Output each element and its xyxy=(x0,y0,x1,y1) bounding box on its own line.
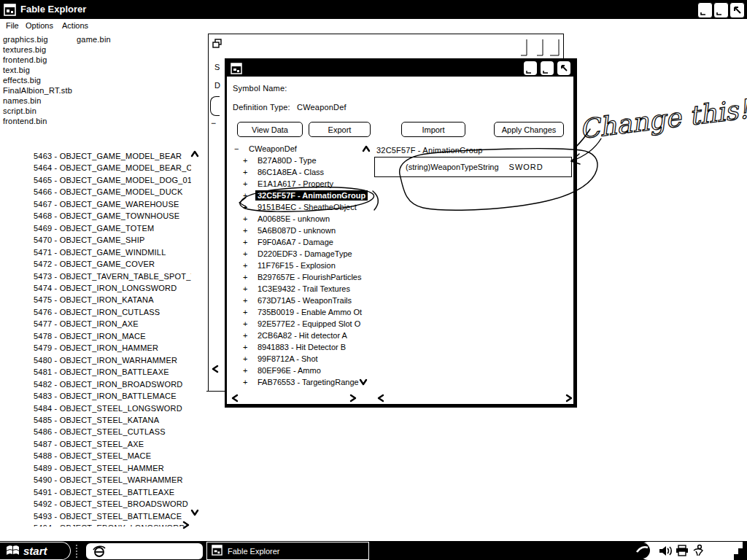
tray-ball-icon[interactable] xyxy=(633,542,651,560)
object-list-item[interactable]: 5471 - OBJECT_GAME_WINDMILL xyxy=(34,246,191,258)
tree-item-label[interactable]: 92E577E2 - Equipped Slot O xyxy=(255,319,363,329)
tree-item-label[interactable]: 735B0019 - Enable Ammo Ot xyxy=(255,307,364,317)
object-list-item[interactable]: 5489 - OBJECT_STEEL_HAMMER xyxy=(34,462,191,474)
object-list-item[interactable]: 5479 - OBJECT_IRON_HAMMER xyxy=(34,342,191,354)
tree-item-label[interactable]: 80EF96E - Ammo xyxy=(255,365,323,376)
tree-item[interactable]: +80EF96E - Ammo xyxy=(243,366,368,378)
object-list-item[interactable]: 5488 - OBJECT_STEEL_MACE xyxy=(34,450,191,462)
field-value[interactable]: SWORD xyxy=(499,163,543,171)
taskbar-task-fable-explorer[interactable]: Fable Explorer xyxy=(206,542,369,560)
expand-icon[interactable]: + xyxy=(243,308,255,316)
tree-item-label[interactable]: 32C5F57F - AnimationGroup xyxy=(255,190,368,201)
file-item[interactable]: graphics.big xyxy=(3,34,72,44)
tree-scroll-right-icon[interactable] xyxy=(349,394,357,402)
tree-item[interactable]: +B27A80D - Type xyxy=(243,156,368,168)
file-item[interactable]: game.bin xyxy=(77,34,111,44)
detail-scroll-left-icon[interactable] xyxy=(377,394,384,402)
menu-options[interactable]: Options xyxy=(26,21,53,30)
object-list-item[interactable]: 5490 - OBJECT_STEEL_WARHAMMER xyxy=(34,474,191,486)
object-list-item[interactable]: 5475 - OBJECT_IRON_KATANA xyxy=(34,294,191,306)
expand-icon[interactable]: + xyxy=(243,168,255,176)
expand-icon[interactable]: + xyxy=(243,226,255,235)
export-button[interactable]: Export xyxy=(309,122,371,137)
object-list-item[interactable]: 5478 - OBJECT_IRON_MACE xyxy=(34,330,191,342)
tree-item-label[interactable]: F9F0A6A7 - Damage xyxy=(255,237,336,247)
bg-scroll-left-icon[interactable] xyxy=(212,365,219,373)
collapse-icon[interactable]: − xyxy=(234,144,247,153)
printer-icon[interactable] xyxy=(676,545,689,560)
object-list-item[interactable]: 5486 - OBJECT_STEEL_CUTLASS xyxy=(34,426,191,438)
tree-item[interactable]: +F9F0A6A7 - Damage xyxy=(243,238,368,249)
expand-icon[interactable]: + xyxy=(243,366,255,375)
tree-item[interactable]: +FAB76553 - TargetingRange xyxy=(243,378,368,389)
tree-item[interactable]: +8941883 - Hit Detector B xyxy=(243,343,368,354)
file-item[interactable]: effects.big xyxy=(3,75,72,85)
tree-item-label[interactable]: A00685E - unknown xyxy=(255,214,332,224)
object-list-item[interactable]: 5480 - OBJECT_IRON_WARHAMMER xyxy=(34,354,191,366)
expand-icon[interactable]: + xyxy=(243,284,255,293)
tree-item-label[interactable]: 5A6B087D - unknown xyxy=(255,225,338,236)
close-button[interactable] xyxy=(729,2,745,18)
tree-item-label[interactable]: 8941883 - Hit Detector B xyxy=(255,342,348,352)
expand-icon[interactable]: + xyxy=(243,249,255,258)
object-list-scroll-right-icon[interactable] xyxy=(182,521,190,529)
tree-item[interactable]: +B297657E - FlourishParticles xyxy=(243,273,368,284)
tree-item[interactable]: +5A6B087D - unknown xyxy=(243,226,368,238)
tree-item-label[interactable]: E1A1A617 - Property xyxy=(255,179,336,189)
object-list-item[interactable]: 5469 - OBJECT_GAME_TOTEM xyxy=(34,222,191,234)
expand-icon[interactable]: + xyxy=(243,354,255,363)
tree-scroll-left-icon[interactable] xyxy=(231,394,239,402)
object-list-item[interactable]: 5483 - OBJECT_IRON_BATTLEMACE xyxy=(34,390,191,402)
dialog-close-button[interactable] xyxy=(557,61,570,75)
expand-icon[interactable]: + xyxy=(243,331,255,340)
object-list-item[interactable]: 5481 - OBJECT_IRON_BATTLEAXE xyxy=(34,366,191,378)
expand-icon[interactable]: + xyxy=(243,214,255,223)
object-list-item[interactable]: 5466 - OBJECT_GAME_MODEL_DUCK xyxy=(34,186,191,198)
tree-scroll-down-icon[interactable] xyxy=(359,378,368,386)
expand-icon[interactable]: + xyxy=(243,261,255,270)
menu-file[interactable]: File xyxy=(6,21,19,30)
file-item[interactable]: frontend.bin xyxy=(3,116,72,126)
tree-root[interactable]: −CWeaponDef xyxy=(234,144,299,156)
file-item[interactable]: textures.big xyxy=(3,44,72,55)
expand-icon[interactable]: + xyxy=(243,156,255,165)
expand-icon[interactable]: + xyxy=(243,296,255,305)
tree-item[interactable]: +86C1A8EA - Class xyxy=(243,168,368,179)
file-item[interactable]: frontend.big xyxy=(3,55,72,65)
tree-item-label[interactable]: FAB76553 - TargetingRange xyxy=(255,377,361,387)
volume-icon[interactable] xyxy=(659,545,673,560)
expand-icon[interactable]: + xyxy=(243,179,255,188)
expand-icon[interactable]: + xyxy=(243,273,255,281)
minimize-button[interactable] xyxy=(697,2,713,18)
weapon-type-field[interactable]: (string)WeaponTypeString SWORD xyxy=(374,157,572,177)
tree-scroll-up-icon[interactable] xyxy=(362,145,371,152)
object-list-item[interactable]: 5473 - OBJECT_TAVERN_TABLE_SPOT_TI xyxy=(34,271,191,282)
tree-item[interactable]: +32C5F57F - AnimationGroup xyxy=(243,191,368,203)
expand-icon[interactable]: + xyxy=(243,238,255,246)
tree-item-label[interactable]: 1C3E9432 - Trail Textures xyxy=(255,284,352,294)
tree-item[interactable]: +11F76F15 - Explosion xyxy=(243,261,368,273)
object-list-item[interactable]: 5463 - OBJECT_GAME_MODEL_BEAR xyxy=(34,150,191,162)
tree-item[interactable]: +A00685E - unknown xyxy=(243,214,368,226)
tree-item[interactable]: +2CB6A82 - Hit detector A xyxy=(243,331,368,343)
tree-item-label[interactable]: 11F76F15 - Explosion xyxy=(255,260,338,271)
view-data-button[interactable]: View Data xyxy=(237,122,303,137)
tree-item-label[interactable]: 2CB6A82 - Hit detector A xyxy=(255,330,349,341)
import-button[interactable]: Import xyxy=(401,122,465,137)
file-item[interactable]: text.big xyxy=(3,65,72,75)
tree-item-label[interactable]: 86C1A8EA - Class xyxy=(255,167,326,177)
menu-actions[interactable]: Actions xyxy=(62,21,88,30)
object-list-item[interactable]: 5472 - OBJECT_GAME_COVER xyxy=(34,258,191,270)
object-list-item[interactable]: 5476 - OBJECT_IRON_CUTLASS xyxy=(34,306,191,318)
object-list-item[interactable]: 5487 - OBJECT_STEEL_AXE xyxy=(34,438,191,450)
dialog-maximize-button[interactable] xyxy=(541,61,554,75)
messenger-icon[interactable] xyxy=(692,544,705,560)
object-list-item[interactable]: 5492 - OBJECT_STEEL_BROADSWORD xyxy=(34,498,191,510)
tree-item-label[interactable]: 9151B4EC - SheatheObject xyxy=(255,202,359,212)
expand-icon[interactable]: + xyxy=(243,191,255,200)
internet-explorer-icon[interactable] xyxy=(93,545,106,560)
object-list-scroll-up-icon[interactable] xyxy=(190,150,199,158)
dialog-minimize-button[interactable] xyxy=(524,61,537,75)
tree-item-label[interactable]: D220EDF3 - DamageType xyxy=(255,249,355,259)
maximize-button[interactable] xyxy=(713,2,729,18)
